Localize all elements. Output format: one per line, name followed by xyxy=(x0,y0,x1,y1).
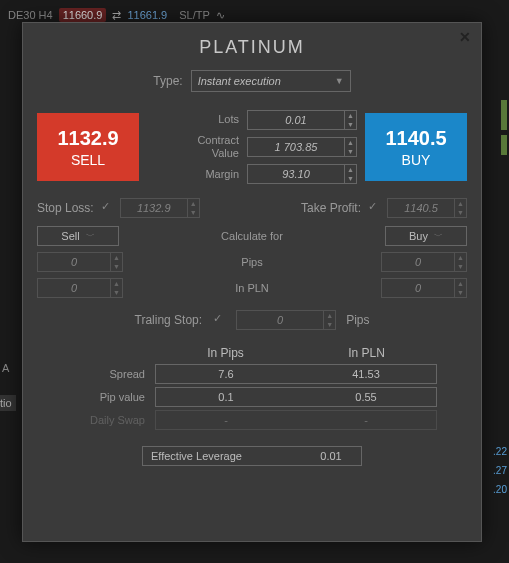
stepper-down-icon[interactable]: ▼ xyxy=(345,147,356,156)
background-letter: A xyxy=(2,362,9,374)
price-tag-blue: 11661.9 xyxy=(127,9,167,21)
sell-button[interactable]: 1132.9 SELL xyxy=(37,113,139,181)
stepper-up-icon[interactable]: ▲ xyxy=(455,253,466,262)
buy-button[interactable]: 1140.5 BUY xyxy=(365,113,467,181)
col-header-pips: In Pips xyxy=(155,346,296,360)
stepper-down-icon[interactable]: ▼ xyxy=(455,208,466,217)
background-side-numbers: .22 .27 .20 xyxy=(493,438,507,503)
stepper-down-icon[interactable]: ▼ xyxy=(111,262,122,271)
stepper-up-icon[interactable]: ▲ xyxy=(345,165,356,174)
type-select-value: Instant execution xyxy=(198,75,281,87)
stepper-down-icon[interactable]: ▼ xyxy=(455,288,466,297)
symbol-label: DE30 H4 xyxy=(8,9,53,21)
stepper-down-icon[interactable]: ▼ xyxy=(345,120,356,129)
chevron-down-icon: ﹀ xyxy=(434,230,443,243)
type-label: Type: xyxy=(153,74,182,88)
background-candles xyxy=(497,60,509,260)
spread-label: Spread xyxy=(67,368,155,380)
take-profit-input[interactable]: 1140.5 ▲▼ xyxy=(387,198,467,218)
calc-sell-button[interactable]: Sell ﹀ xyxy=(37,226,119,246)
sltp-label: SL/TP xyxy=(179,9,210,21)
stepper-up-icon[interactable]: ▲ xyxy=(111,253,122,262)
calc-buy-button[interactable]: Buy ﹀ xyxy=(385,226,467,246)
pips-buy-input[interactable]: 0 ▲▼ xyxy=(381,252,467,272)
effective-leverage-box: Effective Leverage 0.01 xyxy=(142,446,362,466)
stepper-down-icon[interactable]: ▼ xyxy=(324,320,335,329)
in-pln-label: In PLN xyxy=(235,282,269,294)
chart-icon: ∿ xyxy=(216,9,225,22)
daily-swap-values: - - xyxy=(155,410,437,430)
stepper-up-icon[interactable]: ▲ xyxy=(455,199,466,208)
margin-label: Margin xyxy=(175,168,239,181)
col-header-pln: In PLN xyxy=(296,346,437,360)
stepper-up-icon[interactable]: ▲ xyxy=(345,111,356,120)
stepper-down-icon[interactable]: ▼ xyxy=(455,262,466,271)
daily-swap-label: Daily Swap xyxy=(67,414,155,426)
stepper-up-icon[interactable]: ▲ xyxy=(111,279,122,288)
trailing-stop-input[interactable]: 0 ▲▼ xyxy=(236,310,336,330)
take-profit-label: Take Profit: xyxy=(301,201,361,215)
effective-leverage-value: 0.01 xyxy=(301,450,361,462)
stepper-up-icon[interactable]: ▲ xyxy=(455,279,466,288)
take-profit-checkbox[interactable] xyxy=(367,202,381,214)
effective-leverage-label: Effective Leverage xyxy=(143,450,301,462)
close-icon[interactable]: ✕ xyxy=(459,29,471,45)
stop-loss-input[interactable]: 1132.9 ▲▼ xyxy=(120,198,200,218)
buy-price: 1140.5 xyxy=(385,127,446,150)
buy-label: BUY xyxy=(402,152,431,168)
lots-label: Lots xyxy=(175,113,239,126)
spread-values: 7.6 41.53 xyxy=(155,364,437,384)
lots-input[interactable]: 0.01 ▲▼ xyxy=(247,110,357,130)
calculate-for-label: Calculate for xyxy=(221,230,283,242)
stop-loss-checkbox[interactable] xyxy=(100,202,114,214)
pln-sell-input[interactable]: 0 ▲▼ xyxy=(37,278,123,298)
stepper-down-icon[interactable]: ▼ xyxy=(111,288,122,297)
pip-value-label: Pip value xyxy=(67,391,155,403)
stop-loss-label: Stop Loss: xyxy=(37,201,94,215)
order-dialog: ✕ PLATINUM Type: Instant execution ▼ 113… xyxy=(22,22,482,542)
stepper-up-icon[interactable]: ▲ xyxy=(188,199,199,208)
sell-label: SELL xyxy=(71,152,105,168)
type-select[interactable]: Instant execution ▼ xyxy=(191,70,351,92)
trailing-unit: Pips xyxy=(346,313,369,327)
pln-buy-input[interactable]: 0 ▲▼ xyxy=(381,278,467,298)
stepper-up-icon[interactable]: ▲ xyxy=(324,311,335,320)
chevron-down-icon: ▼ xyxy=(335,76,344,86)
trailing-stop-label: Traling Stop: xyxy=(135,313,203,327)
pips-sell-input[interactable]: 0 ▲▼ xyxy=(37,252,123,272)
stepper-down-icon[interactable]: ▼ xyxy=(345,174,356,183)
trailing-stop-checkbox[interactable] xyxy=(212,314,226,326)
arrow-icon: ⇄ xyxy=(112,9,121,22)
dialog-title: PLATINUM xyxy=(37,37,467,58)
contract-value-label: ContractValue xyxy=(175,134,239,160)
pips-label: Pips xyxy=(241,256,262,268)
background-tio: tio xyxy=(0,395,16,411)
sell-price: 1132.9 xyxy=(57,127,118,150)
chevron-down-icon: ﹀ xyxy=(86,230,95,243)
stepper-down-icon[interactable]: ▼ xyxy=(188,208,199,217)
price-tag-red: 11660.9 xyxy=(59,8,107,22)
contract-value-input[interactable]: 1 703.85 ▲▼ xyxy=(247,137,357,157)
margin-input[interactable]: 93.10 ▲▼ xyxy=(247,164,357,184)
stepper-up-icon[interactable]: ▲ xyxy=(345,138,356,147)
pip-value-values: 0.1 0.55 xyxy=(155,387,437,407)
